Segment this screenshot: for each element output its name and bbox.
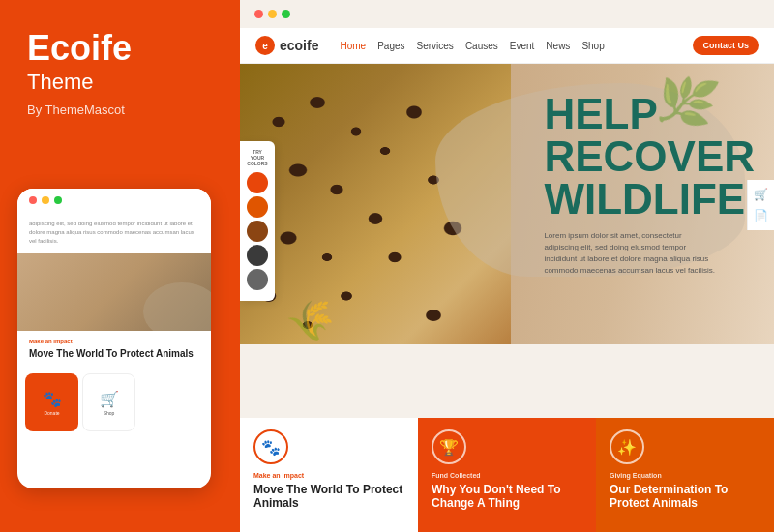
desktop-stats-bar: 🐾 Make an Impact Move The World To Prote… — [240, 418, 774, 532]
mobile-card-shop[interactable]: 🛒 Shop — [82, 373, 135, 431]
hero-heading-line2: RECOVER — [544, 135, 755, 178]
desktop-mockup: e ecoife Home Pages Services Causes Even… — [240, 0, 774, 532]
nav-causes[interactable]: Causes — [465, 41, 498, 51]
nav-services[interactable]: Services — [417, 41, 454, 51]
left-panel: Ecoife Theme By ThemeMascot adipiscing e… — [0, 0, 240, 532]
paw-icon: 🐾 — [43, 390, 62, 408]
hero-description: Lorem ipsum dolor sit amet, consectetur … — [544, 230, 718, 277]
desktop-hero: 🌿 🌾 TRY YOURCOLORS HELP RECOVER WILDLIFE… — [240, 64, 774, 344]
stat-icon-3: ✨ — [610, 429, 644, 464]
mobile-card-donate[interactable]: 🐾 Donate — [25, 373, 78, 431]
nav-home[interactable]: Home — [340, 41, 366, 51]
swatch-orange[interactable] — [247, 172, 268, 193]
stat-icon-2: 🏆 — [432, 429, 466, 464]
swatch-brown[interactable] — [247, 221, 268, 242]
nav-cta-button[interactable]: Contact Us — [693, 36, 759, 55]
doc-partial-icon: 📄 — [754, 209, 768, 222]
nav-shop[interactable]: Shop — [581, 41, 604, 51]
dot-yellow — [42, 196, 49, 204]
color-panel-label: TRY YOURCOLORS — [246, 149, 269, 166]
desktop-dot-red — [254, 10, 263, 18]
brand-subtitle: Theme — [27, 70, 213, 95]
nav-event[interactable]: Event — [510, 41, 535, 51]
desktop-dot-yellow — [268, 10, 277, 18]
swatch-gray[interactable] — [247, 269, 268, 290]
mobile-hero-image — [17, 253, 211, 331]
color-panel: TRY YOURCOLORS — [240, 141, 275, 301]
mobile-card-area: 🐾 Donate 🛒 Shop — [17, 368, 211, 437]
desktop-top-bar — [240, 0, 774, 28]
hero-text: HELP RECOVER WILDLIFE Lorem ipsum dolor … — [544, 93, 755, 277]
stat-icon-1: 🐾 — [253, 429, 288, 464]
mobile-top-bar — [17, 189, 211, 212]
stat-card-2: 🏆 Fund Collected Why You Don't Need To C… — [418, 418, 596, 532]
stat-label-1: Make an Impact — [253, 472, 404, 479]
nav-news[interactable]: News — [546, 41, 570, 51]
swatch-dark[interactable] — [247, 245, 268, 266]
brand-title: Ecoife — [27, 29, 213, 68]
mobile-hero-blob — [143, 282, 211, 331]
hero-heading-line1: HELP — [544, 93, 755, 135]
mobile-card-shop-label: Shop — [104, 410, 115, 416]
mobile-card-donate-label: Donate — [44, 410, 59, 416]
dot-red — [29, 196, 37, 204]
dot-green — [54, 196, 62, 204]
nav-links: Home Pages Services Causes Event News Sh… — [340, 41, 604, 51]
mobile-body-text: adipiscing elit, sed doing elusmod tempo… — [29, 220, 199, 246]
stat-label-2: Fund Collected — [432, 472, 582, 479]
stat-card-1: 🐾 Make an Impact Move The World To Prote… — [240, 418, 418, 532]
brand-by: By ThemeMascot — [27, 103, 213, 117]
stat-label-3: Giving Equation — [610, 472, 760, 479]
logo-text: ecoife — [280, 38, 318, 53]
mobile-impact-title: Move The World To Protect Animals — [29, 347, 199, 360]
stat-title-3: Our Determination To Protect Animals — [610, 483, 760, 511]
stat-card-3: ✨ Giving Equation Our Determination To P… — [596, 418, 774, 532]
swatch-dark-orange[interactable] — [247, 196, 268, 218]
stat-title-1: Move The World To Protect Animals — [253, 483, 404, 511]
cart-icon: 🛒 — [100, 390, 119, 408]
mobile-impact-section: Make an Impact Move The World To Protect… — [17, 331, 211, 368]
logo-icon: e — [255, 36, 275, 55]
desktop-nav: e ecoife Home Pages Services Causes Even… — [240, 28, 774, 64]
cart-partial-icon: 🛒 — [754, 188, 768, 201]
mobile-mockup: adipiscing elit, sed doing elusmod tempo… — [17, 189, 211, 488]
nav-logo: e ecoife — [255, 36, 318, 55]
right-partial-panel: 🛒 📄 — [747, 180, 774, 230]
hero-heading: HELP RECOVER WILDLIFE — [544, 93, 755, 221]
hero-heading-line3: WILDLIFE — [544, 178, 755, 221]
nav-pages[interactable]: Pages — [377, 41, 404, 51]
mobile-impact-label: Make an Impact — [29, 339, 199, 344]
mobile-nav-area: adipiscing elit, sed doing elusmod tempo… — [17, 212, 211, 253]
desktop-dot-green — [282, 10, 290, 18]
stat-title-2: Why You Don't Need To Change A Thing — [432, 483, 582, 511]
